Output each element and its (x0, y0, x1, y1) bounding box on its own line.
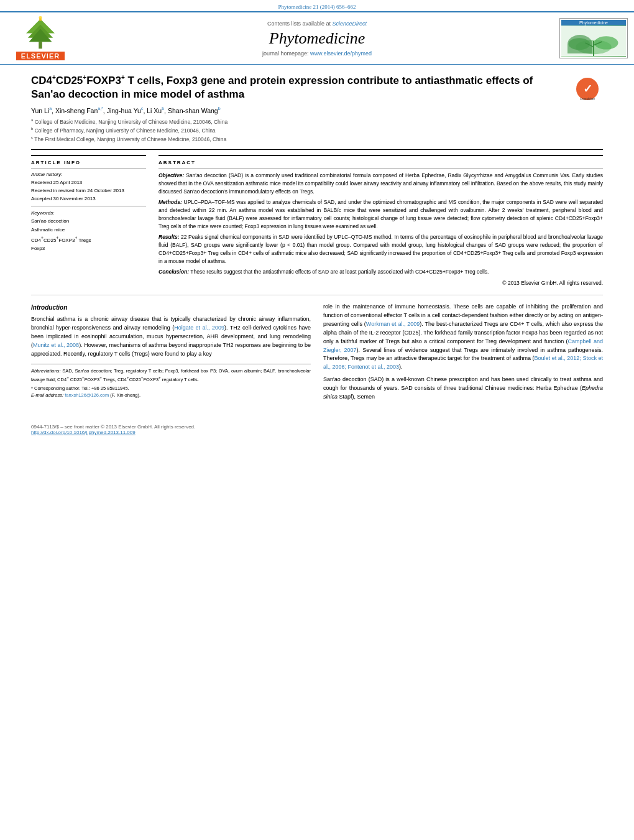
issn-line: 0944-7113/$ – see front matter © 2013 El… (31, 424, 603, 430)
doi-line: http://dx.doi.org/10.1016/j.phymed.2013.… (31, 430, 603, 435)
history-label: Article history: (31, 172, 146, 177)
title-section: CD4+CD25+FOXP3+ T cells, Foxp3 gene and … (31, 73, 603, 150)
abstract-conclusion: Conclusion: These results suggest that t… (158, 268, 603, 276)
article-title: CD4+CD25+FOXP3+ T cells, Foxp3 gene and … (31, 73, 566, 101)
phyto-logo-svg (561, 25, 626, 57)
email-footnote: E-mail address: fanxsh126@126.com (F. Xi… (31, 392, 311, 399)
homepage-line: journal homepage: www.elsevier.de/phymed (81, 50, 553, 57)
abstract-divider (158, 168, 603, 168)
svg-line-11 (586, 43, 594, 47)
sciencedirect-link[interactable]: ScienceDirect (333, 21, 367, 27)
journal-citation-text: Phytomedicine 21 (2014) 656–662 (278, 4, 356, 10)
article-content: CD4+CD25+FOXP3+ T cells, Foxp3 gene and … (0, 65, 634, 414)
email-link[interactable]: fanxsh126@126.com (65, 392, 109, 398)
authors-line: Yun Lia, Xin-sheng Fana,*, Jing-hua Yuc,… (31, 106, 566, 114)
crossmark-box: ✓ CrossMark (572, 73, 603, 143)
svg-rect-0 (39, 42, 42, 48)
abbreviations-footnote: Abbreviations: SAD, San'ao decoction; Tr… (31, 367, 311, 383)
conclusion-heading: Conclusion: (158, 269, 189, 275)
journal-citation: Phytomedicine 21 (2014) 656–662 (0, 0, 634, 11)
elsevier-tree-icon (16, 16, 65, 50)
homepage-link[interactable]: www.elsevier.de/phymed (310, 50, 372, 57)
body-col-left: Introduction Bronchial asthma is a chron… (31, 303, 311, 405)
intro-para1: Bronchial asthma is a chronic airway dis… (31, 315, 311, 359)
abstract-results: Results: 22 Peaks signal chemical compon… (158, 233, 603, 265)
journal-header-center: Contents lists available at ScienceDirec… (81, 21, 553, 57)
body-col-right: role in the maintenance of immune homeos… (323, 303, 603, 405)
introduction-heading: Introduction (31, 303, 311, 313)
results-heading: Results: (158, 234, 180, 240)
objective-text: San'ao decoction (SAD) is a commonly use… (158, 172, 603, 195)
keyword-1: San'ao decoction (31, 217, 146, 226)
doi-link[interactable]: http://dx.doi.org/10.1016/j.phymed.2013.… (31, 430, 136, 435)
elsevier-label: ELSEVIER (16, 52, 65, 60)
copyright-line: © 2013 Elsevier GmbH. All rights reserve… (158, 279, 603, 287)
corresponding-footnote: * Corresponding author. Tel.: +86 25 858… (31, 385, 311, 392)
page-wrapper: Phytomedicine 21 (2014) 656–662 ELSEVIER… (0, 0, 634, 840)
keywords-divider (31, 206, 146, 206)
article-info-section: ARTICLE INFO Article history: Received 2… (31, 155, 146, 252)
section-divider (31, 295, 603, 295)
svg-point-8 (569, 38, 590, 50)
holgate-ref[interactable]: Holgate et al., 2009 (174, 325, 224, 331)
campbell-ref[interactable]: Campbell and Ziegler, 2007 (323, 338, 603, 353)
received-date: Received 25 April 2013 (31, 179, 146, 187)
abstract-label: ABSTRACT (158, 160, 603, 165)
article-info-column: ARTICLE INFO Article history: Received 2… (31, 155, 146, 287)
objective-heading: Objective: (158, 172, 184, 178)
keyword-4: Foxp3 (31, 244, 146, 253)
methods-text: UPLC–PDA–TOF-MS was applied to analyze c… (158, 199, 603, 229)
munitz-ref[interactable]: Munitz et al., 2008 (33, 342, 79, 348)
info-divider (31, 168, 146, 168)
intro-para3: San'ao decoction (SAD) is a well-known C… (323, 376, 603, 402)
title-text-area: CD4+CD25+FOXP3+ T cells, Foxp3 gene and … (31, 73, 566, 143)
keyword-3: CD4+CD25+FOXP3+ Tregs (31, 234, 146, 244)
intro-para2: role in the maintenance of immune homeos… (323, 303, 603, 372)
svg-text:CrossMark: CrossMark (580, 97, 595, 101)
phyto-logo-top: Phytomedicine (561, 20, 626, 25)
phyto-logo-box: Phytomedicine (559, 18, 628, 58)
abstract-section: ABSTRACT Objective: San'ao decoction (SA… (158, 155, 603, 287)
conclusion-text: These results suggest that the antiasthm… (190, 269, 489, 275)
bottom-bar: 0944-7113/$ – see front matter © 2013 El… (0, 420, 634, 439)
article-info-abstract-row: ARTICLE INFO Article history: Received 2… (31, 155, 603, 287)
abstract-body: Objective: San'ao decoction (SAD) is a c… (158, 172, 603, 287)
svg-point-5 (39, 16, 42, 19)
accepted-date: Accepted 30 November 2013 (31, 195, 146, 203)
contents-line: Contents lists available at ScienceDirec… (81, 21, 553, 27)
journal-header: ELSEVIER Contents lists available at Sci… (0, 11, 634, 65)
keyword-2: Asthmatic mice (31, 226, 146, 234)
footnotes-area: Abbreviations: SAD, San'ao decoction; Tr… (31, 364, 311, 399)
elsevier-logo: ELSEVIER (6, 16, 75, 60)
svg-text:✓: ✓ (583, 83, 592, 95)
abstract-objective: Objective: San'ao decoction (SAD) is a c… (158, 172, 603, 195)
received-revised-date: Received in revised form 24 October 2013 (31, 187, 146, 195)
body-text: Introduction Bronchial asthma is a chron… (31, 303, 603, 405)
results-text: 22 Peaks signal chemical components in S… (158, 234, 603, 264)
journal-title-header: Phytomedicine (81, 29, 553, 48)
abstract-methods: Methods: UPLC–PDA–TOF-MS was applied to … (158, 198, 603, 230)
workman-ref[interactable]: Workman et al., 2009 (366, 321, 420, 327)
methods-heading: Methods: (158, 199, 182, 205)
article-info-label: ARTICLE INFO (31, 160, 146, 165)
phyto-logo-image (561, 25, 626, 57)
boulet-ref[interactable]: Boulet et al., 2012; Stock et al., 2006;… (323, 355, 603, 370)
svg-point-9 (594, 36, 618, 49)
abstract-column: ABSTRACT Objective: San'ao decoction (SA… (158, 155, 603, 287)
keywords-label: Keywords: (31, 210, 146, 216)
crossmark-icon: ✓ CrossMark (575, 76, 600, 101)
affiliations: a College of Basic Medicine, Nanjing Uni… (31, 118, 566, 143)
